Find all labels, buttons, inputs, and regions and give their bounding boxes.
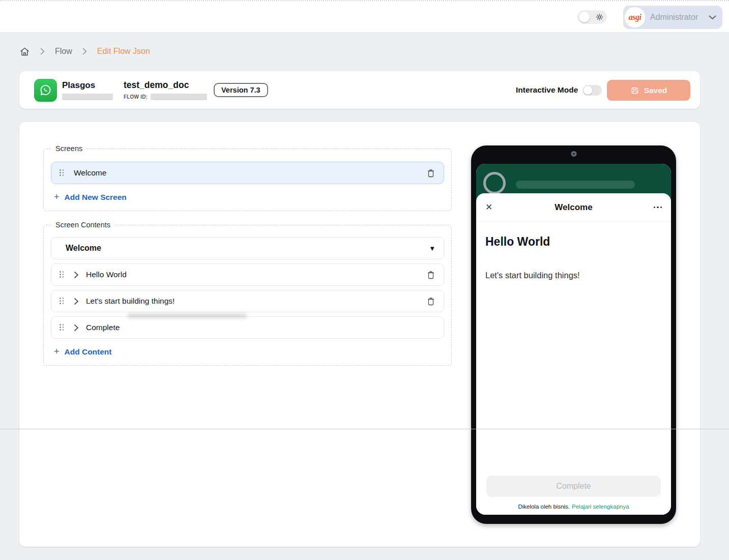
add-content-label: Add Content — [65, 347, 112, 357]
interactive-mode-toggle-knob[interactable] — [584, 86, 592, 95]
plus-icon: + — [54, 192, 60, 202]
screen-contents-panel: Screen Contents Welcome ▼ Hello World — [43, 221, 452, 366]
horizontal-divider-line — [0, 429, 729, 429]
content-row-hello-world[interactable]: Hello World — [51, 263, 444, 286]
flow-name: test_demo_doc — [124, 80, 189, 91]
flow-id-label: FLOW ID: — [124, 94, 148, 100]
top-bar: asgi Administrator — [0, 0, 729, 33]
theme-toggle[interactable] — [577, 10, 607, 24]
dropdown-arrow-icon: ▼ — [429, 245, 435, 252]
content-row-label: Let's start building things! — [86, 297, 426, 306]
blur-artifact — [127, 313, 247, 318]
breadcrumb-edit-flow-json: Edit Flow Json — [97, 47, 150, 56]
delete-content-button[interactable] — [426, 296, 435, 306]
flow-sheet-header: ✕ Welcome — [476, 193, 671, 222]
add-new-screen-button[interactable]: + Add New Screen — [54, 192, 127, 202]
home-icon[interactable] — [19, 46, 30, 57]
flow-sheet-footer-area: Complete Dikelola oleh bisnis.Pelajari s… — [476, 476, 671, 515]
flow-sheet: ✕ Welcome Hello World Let's start buildi… — [476, 193, 671, 515]
flow-editor-card: Screens Welcome + Add New Screen Screen … — [19, 122, 700, 547]
content-row-label: Hello World — [86, 270, 426, 279]
save-button[interactable]: Saved — [607, 80, 690, 101]
flow-sheet-body: Hello World Let's start building things! — [476, 222, 671, 280]
breadcrumb-separator-icon — [40, 48, 45, 55]
content-row-label: Complete — [86, 323, 435, 332]
flow-header-card: Plasgos test_demo_doc FLOW ID: Version 7… — [19, 71, 700, 109]
managed-by-business-note: Dikelola oleh bisnis.Pelajari selengkapn… — [486, 504, 661, 510]
save-icon — [630, 86, 639, 95]
add-new-screen-label: Add New Screen — [65, 193, 127, 202]
complete-button[interactable]: Complete — [486, 476, 661, 497]
screen-row-welcome[interactable]: Welcome — [51, 162, 444, 184]
expand-chevron-icon[interactable] — [74, 298, 79, 305]
content-row-lets-start[interactable]: Let's start building things! — [51, 290, 444, 312]
breadcrumb-flow[interactable]: Flow — [55, 47, 72, 56]
interactive-mode-toggle[interactable] — [582, 85, 602, 96]
learn-more-link[interactable]: Pelajari selengkapnya — [572, 504, 629, 510]
redacted-flow-id — [151, 94, 207, 100]
chevron-down-icon — [709, 15, 716, 20]
flow-sheet-title: Welcome — [476, 202, 671, 213]
account-menu[interactable]: asgi Administrator — [623, 6, 722, 29]
delete-screen-button[interactable] — [426, 168, 435, 178]
expand-chevron-icon[interactable] — [74, 324, 79, 332]
phone-preview: ✕ Welcome Hello World Let's start buildi… — [471, 145, 676, 524]
add-content-button[interactable]: + Add Content — [54, 346, 112, 357]
delete-content-button[interactable] — [426, 270, 435, 280]
content-row-complete[interactable]: Complete — [51, 316, 444, 339]
drag-handle-icon[interactable] — [60, 271, 64, 278]
phone-camera-dot — [571, 151, 576, 157]
chat-title-placeholder — [516, 181, 635, 189]
screens-panel: Screens Welcome + Add New Screen — [43, 144, 452, 211]
theme-toggle-knob[interactable] — [579, 12, 590, 22]
asgi-logo-text: asgi — [629, 13, 641, 22]
account-name: Administrator — [650, 13, 704, 22]
screens-panel-legend: Screens — [52, 144, 86, 153]
version-badge: Version 7.3 — [214, 83, 268, 97]
phone-screen: ✕ Welcome Hello World Let's start buildi… — [476, 164, 671, 515]
managed-by-business-text: Dikelola oleh bisnis. — [518, 504, 570, 510]
screen-row-label: Welcome — [74, 168, 426, 178]
plus-icon: + — [54, 346, 60, 357]
drag-handle-icon[interactable] — [60, 324, 64, 331]
save-button-label: Saved — [644, 86, 667, 95]
preview-body-text: Let's start building things! — [485, 271, 662, 280]
drag-handle-icon[interactable] — [60, 298, 64, 305]
expand-chevron-icon[interactable] — [74, 271, 79, 279]
interactive-mode-label: Interactive Mode — [516, 85, 578, 95]
more-menu-icon[interactable] — [654, 207, 662, 209]
whatsapp-icon — [34, 79, 57, 102]
breadcrumb: Flow Edit Flow Json — [19, 45, 150, 58]
preview-heading: Hello World — [485, 235, 662, 249]
sun-icon — [595, 13, 604, 21]
drag-handle-icon[interactable] — [60, 169, 64, 176]
channel-name: Plasgos — [62, 80, 95, 91]
avatar — [483, 172, 506, 194]
redacted-channel-id — [62, 94, 113, 100]
screen-selector[interactable]: Welcome ▼ — [51, 237, 444, 259]
screen-selector-value: Welcome — [66, 244, 429, 253]
screen-contents-legend: Screen Contents — [52, 221, 114, 229]
asgi-logo: asgi — [625, 7, 645, 27]
breadcrumb-separator-icon — [82, 48, 87, 55]
